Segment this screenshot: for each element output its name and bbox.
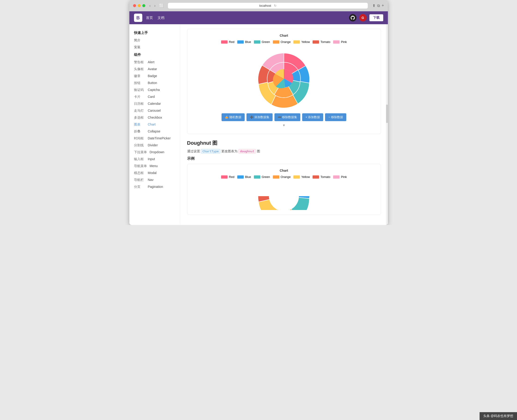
legend-label-pink: Pink	[341, 40, 347, 44]
doughnut-title: Doughnut 图	[187, 140, 381, 147]
pie-chart	[192, 47, 376, 110]
url-text: localhost	[259, 4, 271, 8]
sidebar-item-menu[interactable]: 导航菜单 Menu	[129, 163, 180, 170]
legend-color-blue	[237, 40, 244, 44]
remove-dataset-button[interactable]: ➖ 移除数据集	[274, 113, 301, 121]
sidebar-item-modal[interactable]: 模态框 Modal	[129, 170, 180, 177]
legend-red: Red	[221, 40, 234, 44]
browser-nav: ‹ › ⬜	[148, 3, 165, 8]
legend-label-red: Red	[229, 40, 234, 44]
sidebar-item-button[interactable]: 按钮 Button	[129, 80, 180, 87]
legend2-green: Green	[254, 175, 270, 179]
legend2-orange: Orange	[273, 175, 291, 179]
sidebar-item-chart[interactable]: 图表 Chart	[129, 121, 180, 128]
app-body: 快速上手 简介 安装 组件 警告框 Alert 头像框 Avatar 徽章 Ba…	[129, 24, 388, 225]
legend-yellow: Yellow	[293, 40, 310, 44]
sidebar-item-intro[interactable]: 简介	[129, 37, 180, 44]
sidebar-section-components: 组件	[129, 51, 180, 59]
legend2-color-yellow	[293, 175, 300, 179]
sidebar-item-checkbox[interactable]: 多选框 Checkbox	[129, 114, 180, 121]
minimize-button[interactable]	[138, 4, 141, 7]
legend2-yellow: Yellow	[293, 175, 310, 179]
nav-home[interactable]: 首页	[146, 16, 153, 20]
legend-label-blue: Blue	[245, 40, 251, 44]
sidebar: 快速上手 简介 安装 组件 警告框 Alert 头像框 Avatar 徽章 Ba…	[129, 24, 180, 225]
legend2-color-red	[221, 175, 228, 179]
legend2-color-orange	[273, 175, 279, 179]
sidebar-item-input[interactable]: 输入框 Input	[129, 156, 180, 163]
legend-orange: Orange	[273, 40, 291, 44]
example-label: 示例	[187, 156, 381, 161]
add-data-button[interactable]: + 添加数据	[302, 113, 323, 121]
app-logo: B	[134, 14, 142, 22]
chart-doughnut-container: Chart Red Blue Green	[187, 164, 381, 215]
legend2-label-blue: Blue	[245, 175, 251, 179]
app-header: B 首页 文档 G 下载	[129, 11, 388, 24]
chart-title-1: Chart	[192, 34, 376, 38]
download-button[interactable]: 下载	[369, 14, 383, 21]
chart-pie-container: Chart Red Blue Green	[187, 29, 381, 134]
remove-data-button[interactable]: − 移除数据	[325, 113, 346, 121]
legend2-label-green: Green	[262, 175, 270, 179]
window-button[interactable]: ⧉	[377, 4, 380, 8]
window-controls	[133, 4, 145, 7]
legend2-color-tomato	[313, 175, 319, 179]
legend2-label-pink: Pink	[341, 175, 347, 179]
doughnut-code: doughnut	[239, 149, 256, 153]
sidebar-item-install[interactable]: 安装	[129, 44, 180, 51]
sidebar-item-alert[interactable]: 警告框 Alert	[129, 59, 180, 66]
legend2-color-green	[254, 175, 260, 179]
reload-icon[interactable]: ↻	[274, 4, 277, 8]
scrollbar-thumb[interactable]	[386, 105, 388, 123]
expand-arrow[interactable]: ▾	[192, 121, 376, 129]
sidebar-item-calendar[interactable]: 日历框 Calendar	[129, 100, 180, 107]
legend2-pink: Pink	[333, 175, 347, 179]
legend-color-red	[221, 40, 228, 44]
legend-label-yellow: Yellow	[301, 40, 310, 44]
legend-color-tomato	[313, 40, 319, 44]
legend-label-tomato: Tomato	[320, 40, 330, 44]
sidebar-section-quickstart: 快速上手	[129, 29, 180, 37]
legend2-label-tomato: Tomato	[320, 175, 330, 179]
sidebar-item-avatar[interactable]: 头像框 Avatar	[129, 66, 180, 73]
browser-titlebar: ‹ › ⬜ localhost ↻ ⬆ ⧉ +	[129, 0, 388, 11]
sidebar-item-carousel[interactable]: 走马灯 Carousel	[129, 107, 180, 114]
doughnut-chart	[192, 182, 376, 210]
sidebar-item-dropdown[interactable]: 下拉菜单 Dropdown	[129, 149, 180, 156]
scrollbar-track	[386, 24, 388, 225]
sidebar-toggle-button[interactable]: ⬜	[158, 3, 165, 8]
sidebar-item-pagination[interactable]: 分页 Pagination	[129, 183, 180, 190]
add-tab-button[interactable]: +	[382, 3, 384, 8]
sidebar-item-captcha[interactable]: 验证码 Captcha	[129, 87, 180, 93]
legend-label-green: Green	[262, 40, 270, 44]
sidebar-item-divider[interactable]: 分割线 Divider	[129, 142, 180, 149]
legend2-label-red: Red	[229, 175, 234, 179]
close-button[interactable]	[133, 4, 136, 7]
gitee-icon[interactable]: G	[359, 14, 367, 22]
random-data-button[interactable]: 🥧 随机数据	[222, 113, 245, 121]
header-nav: 首页 文档	[146, 16, 164, 20]
add-dataset-button[interactable]: ➕ 添加数据集	[247, 113, 273, 121]
sidebar-item-card[interactable]: 卡片 Card	[129, 93, 180, 100]
legend2-blue: Blue	[237, 175, 251, 179]
sidebar-item-badge[interactable]: 徽章 Badge	[129, 73, 180, 80]
legend2-color-pink	[333, 175, 340, 179]
address-bar[interactable]: localhost ↻	[168, 3, 368, 8]
github-icon[interactable]	[349, 14, 356, 22]
sidebar-item-datetimepicker[interactable]: 时间框 DateTimePicker	[129, 135, 180, 142]
back-button[interactable]: ‹	[148, 3, 152, 8]
nav-docs[interactable]: 文档	[158, 16, 164, 20]
sidebar-item-nav[interactable]: 导航栏 Nav	[129, 177, 180, 183]
legend2-tomato: Tomato	[313, 175, 330, 179]
forward-button[interactable]: ›	[153, 3, 157, 8]
content-area: Chart Red Blue Green	[180, 24, 388, 225]
chart-legend-1: Red Blue Green Orange	[192, 40, 376, 44]
legend-tomato: Tomato	[313, 40, 330, 44]
sidebar-item-collapse[interactable]: 折叠 Collapse	[129, 128, 180, 135]
legend2-label-yellow: Yellow	[301, 175, 310, 179]
charttype-code: ChartType	[201, 149, 220, 153]
legend-blue: Blue	[237, 40, 251, 44]
maximize-button[interactable]	[142, 4, 145, 7]
browser-window: ‹ › ⬜ localhost ↻ ⬆ ⧉ + B 首页 文档 G 下载	[129, 0, 388, 225]
share-button[interactable]: ⬆	[372, 3, 375, 8]
